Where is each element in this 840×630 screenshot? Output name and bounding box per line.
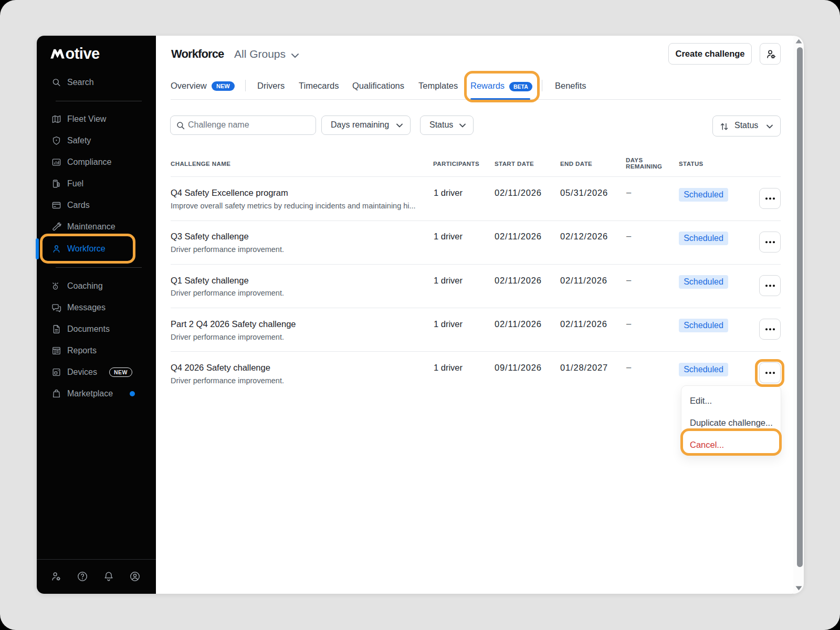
svg-text:otive: otive — [66, 46, 100, 61]
